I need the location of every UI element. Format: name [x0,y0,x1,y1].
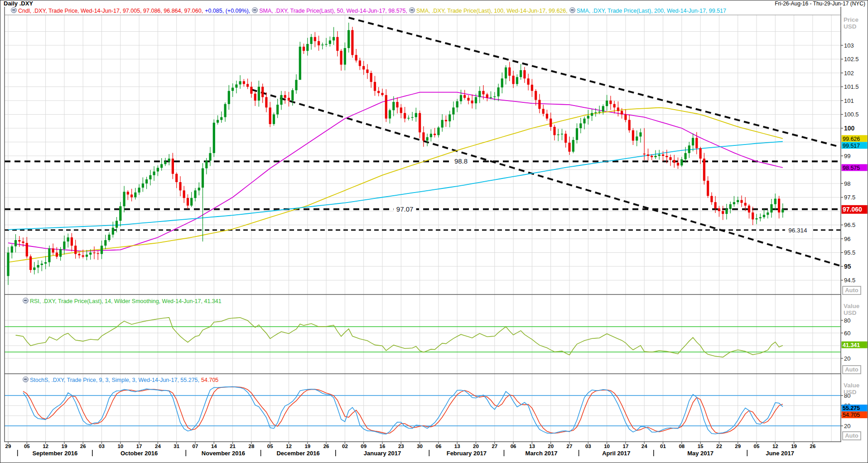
svg-text:98.8: 98.8 [454,157,468,165]
legend-segment[interactable]: +0.085, (+0.09%), [205,8,250,14]
svg-text:20: 20 [844,355,850,362]
svg-text:24: 24 [641,444,647,449]
rsi-threshold-lines [5,327,841,352]
svg-text:17: 17 [623,444,629,449]
grid-horizontal-main [5,32,841,280]
auto-scale-button[interactable]: Auto [842,431,861,440]
svg-text:12: 12 [772,444,778,449]
svg-text:October 2016: October 2016 [121,450,158,457]
rsi-axis-ticks: 806020 [841,317,850,362]
title-bar: Daily .DXY Fri-26-Aug-16 - Thu-29-Jun-17… [0,0,868,7]
legend-stoch: StochS, .DXY, Trade Price, 9, 3, Simple,… [23,376,220,383]
svg-text:19: 19 [304,444,310,449]
series-options-icon[interactable] [23,298,29,304]
svg-text:21: 21 [230,444,236,449]
axis-value-badge: 98.575 [842,164,868,171]
svg-text:60: 60 [844,330,850,337]
candlestick-series[interactable] [7,23,784,285]
svg-text:55.275: 55.275 [843,405,860,411]
axis-value-badge: 55.275 [842,405,868,411]
price-axis-ticks: 103102.5102101.5101100.5100999897.596.59… [841,42,859,284]
stoch-axis-header: Value USD [844,382,864,395]
svg-text:97.060: 97.060 [843,206,862,213]
series-options-icon[interactable] [409,7,415,13]
series-options-icon[interactable] [11,7,17,13]
legend-segment[interactable]: StochS, .DXY, Trade Price, 9, 3, Simple,… [30,377,199,383]
auto-scale-button[interactable]: Auto [842,286,861,295]
svg-text:41.341: 41.341 [843,342,860,348]
svg-text:99.517: 99.517 [843,143,860,149]
svg-text:13: 13 [454,444,460,449]
sma100-line[interactable] [8,108,783,262]
legend-segment[interactable]: RSI, .DXY, Trade Price(Last), 14, Wilder… [30,298,222,304]
svg-text:30: 30 [417,444,423,449]
svg-text:November 2016: November 2016 [202,450,245,457]
legend-segment[interactable]: SMA, .DXY, Trade Price(Last), 100, Wed-1… [416,8,568,14]
chart-area[interactable]: 98.897.0796.314103102.5102101.5101100.51… [0,0,868,463]
svg-text:23: 23 [398,444,404,449]
svg-text:101.5: 101.5 [844,83,859,90]
svg-text:17: 17 [136,444,142,449]
legend-segment[interactable]: 54.705 [201,377,218,383]
svg-text:80: 80 [844,317,850,324]
svg-text:13: 13 [529,444,535,449]
svg-text:31: 31 [174,444,179,449]
date-range-label: Fri-26-Aug-16 - Thu-29-Jun-17 (NYC) [775,0,865,7]
svg-text:19: 19 [62,444,68,449]
svg-text:95.5: 95.5 [844,249,855,256]
svg-text:29: 29 [735,444,741,449]
svg-text:102.5: 102.5 [844,56,859,63]
legend-segment[interactable]: SMA, .DXY, Trade Price(Last), 200, Wed-1… [577,8,726,14]
svg-text:February 2017: February 2017 [447,450,487,457]
svg-text:20: 20 [548,444,554,449]
svg-text:100: 100 [844,125,855,132]
svg-text:02: 02 [342,444,348,449]
svg-text:12: 12 [43,444,48,449]
chart-canvas[interactable]: 98.897.0796.314103102.5102101.5101100.51… [0,0,868,463]
svg-text:94.5: 94.5 [844,277,855,284]
svg-text:September 2016: September 2016 [32,450,77,457]
svg-text:01: 01 [660,444,666,449]
series-options-icon[interactable] [252,7,258,13]
svg-text:03: 03 [99,444,105,449]
auto-scale-button[interactable]: Auto [842,365,861,374]
svg-text:07: 07 [193,444,198,449]
support-resistance-lines[interactable] [5,161,841,230]
svg-text:09: 09 [361,444,366,449]
svg-text:April 2017: April 2017 [602,450,630,457]
series-options-icon[interactable] [23,376,29,382]
svg-text:97.5: 97.5 [844,194,855,201]
price-axis-header: Price USD [844,16,864,30]
svg-text:December 2016: December 2016 [276,450,319,457]
rsi-line[interactable] [16,318,783,357]
svg-text:May 2017: May 2017 [687,450,714,457]
svg-text:06: 06 [511,444,516,449]
svg-text:26: 26 [323,444,329,449]
svg-text:20: 20 [473,444,479,449]
price-level-labels: 98.897.0796.314 [394,157,810,234]
svg-text:96: 96 [844,236,850,242]
svg-text:103: 103 [844,42,854,49]
stoch-d-line[interactable] [23,387,783,434]
svg-text:05: 05 [267,444,273,449]
legend-segment[interactable]: Cndl, .DXY, Trade Price, Wed-14-Jun-17, … [18,8,203,14]
axis-value-badge: 41.341 [842,342,868,348]
svg-text:96.314: 96.314 [788,227,807,234]
svg-text:101: 101 [844,97,854,104]
svg-text:05: 05 [754,444,760,449]
svg-text:16: 16 [380,444,386,449]
svg-text:26: 26 [810,444,816,449]
grid-horizontal-indicators [5,320,841,426]
trend-lines[interactable] [251,18,840,266]
axis-value-badge: 99.517 [842,142,868,149]
svg-text:June 2017: June 2017 [766,450,794,457]
svg-text:19: 19 [791,444,797,449]
svg-text:26: 26 [80,444,86,449]
series-options-icon[interactable] [569,7,575,13]
stoch-k-line[interactable] [23,387,783,434]
svg-text:27: 27 [492,444,497,449]
axis-value-badge: 97.060 [842,205,868,214]
sma50-line[interactable] [8,92,783,251]
svg-text:03: 03 [585,444,591,449]
legend-segment[interactable]: SMA, .DXY, Trade Price(Last), 50, Wed-14… [259,8,407,14]
